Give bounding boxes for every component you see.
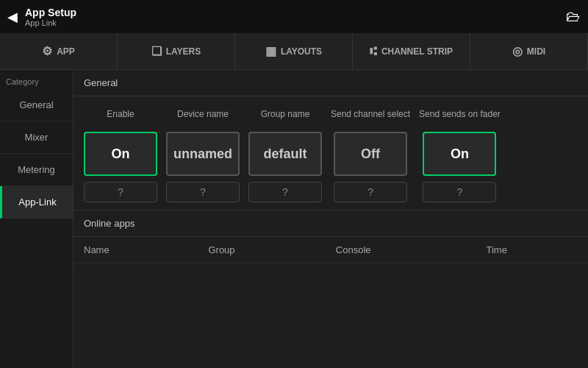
app-icon: ⚙ xyxy=(42,44,52,58)
control-send-channel-select: Send channel select Off ? xyxy=(331,104,410,202)
controls-grid: Enable On ? Device name unnamed ? Group … xyxy=(74,96,588,210)
control-send-sends-on-fader: Send sends on fader On ? xyxy=(419,104,501,202)
main-layout: Category General Mixer Metering App-Link… xyxy=(0,70,588,368)
enable-button[interactable]: On xyxy=(84,132,157,176)
content-area: General Enable On ? Device name unnamed … xyxy=(74,70,588,368)
send-channel-select-label: Send channel select xyxy=(331,104,410,126)
tab-layouts[interactable]: ▦ LAYOUTS xyxy=(235,33,353,69)
sidebar-item-mixer[interactable]: Mixer xyxy=(0,121,73,154)
col-group: Group xyxy=(198,237,325,263)
device-name-label: Device name xyxy=(177,104,229,126)
send-channel-select-button[interactable]: Off xyxy=(334,132,407,176)
tab-layers[interactable]: ❑ LAYERS xyxy=(118,33,235,69)
tab-app[interactable]: ⚙ APP xyxy=(0,33,118,69)
group-name-label: Group name xyxy=(261,104,310,126)
enable-help[interactable]: ? xyxy=(84,182,157,202)
online-apps-section-header: Online apps xyxy=(74,210,588,237)
control-device-name: Device name unnamed ? xyxy=(166,104,240,202)
sidebar-item-general[interactable]: General xyxy=(0,89,73,121)
col-name: Name xyxy=(74,237,198,263)
send-sends-on-fader-help[interactable]: ? xyxy=(423,182,496,202)
app-title: App Setup xyxy=(25,7,76,18)
send-channel-select-help[interactable]: ? xyxy=(334,182,407,202)
col-time: Time xyxy=(476,237,588,263)
device-name-help[interactable]: ? xyxy=(166,182,240,202)
apps-table: Name Group Console Time xyxy=(74,237,588,263)
tab-channel-strip[interactable]: ⑆ CHANNEL STRIP xyxy=(353,33,470,69)
layers-icon: ❑ xyxy=(151,44,162,58)
top-bar: ◀ App Setup App Link 🗁 xyxy=(0,0,588,33)
nav-tabs: ⚙ APP ❑ LAYERS ▦ LAYOUTS ⑆ CHANNEL STRIP… xyxy=(0,33,588,70)
tab-midi[interactable]: ◎ MIDI xyxy=(470,33,588,69)
sidebar-item-metering[interactable]: Metering xyxy=(0,154,73,186)
app-subtitle: App Link xyxy=(25,18,76,27)
sidebar-item-app-link[interactable]: App-Link xyxy=(0,186,73,219)
folder-icon[interactable]: 🗁 xyxy=(566,8,581,25)
send-sends-on-fader-label: Send sends on fader xyxy=(419,104,501,126)
midi-icon: ◎ xyxy=(512,44,523,58)
group-name-help[interactable]: ? xyxy=(248,182,322,202)
sidebar: Category General Mixer Metering App-Link xyxy=(0,70,74,368)
back-icon[interactable]: ◀ xyxy=(7,9,18,25)
category-label: Category xyxy=(0,70,73,89)
col-console: Console xyxy=(326,237,476,263)
layouts-icon: ▦ xyxy=(265,44,276,58)
send-sends-on-fader-button[interactable]: On xyxy=(423,132,496,176)
enable-label: Enable xyxy=(107,104,134,126)
general-section-header: General xyxy=(74,70,588,96)
control-group-name: Group name default ? xyxy=(248,104,322,202)
group-name-button[interactable]: default xyxy=(248,132,322,176)
control-enable: Enable On ? xyxy=(84,104,157,202)
device-name-button[interactable]: unnamed xyxy=(166,132,240,176)
channel-strip-icon: ⑆ xyxy=(370,45,377,58)
